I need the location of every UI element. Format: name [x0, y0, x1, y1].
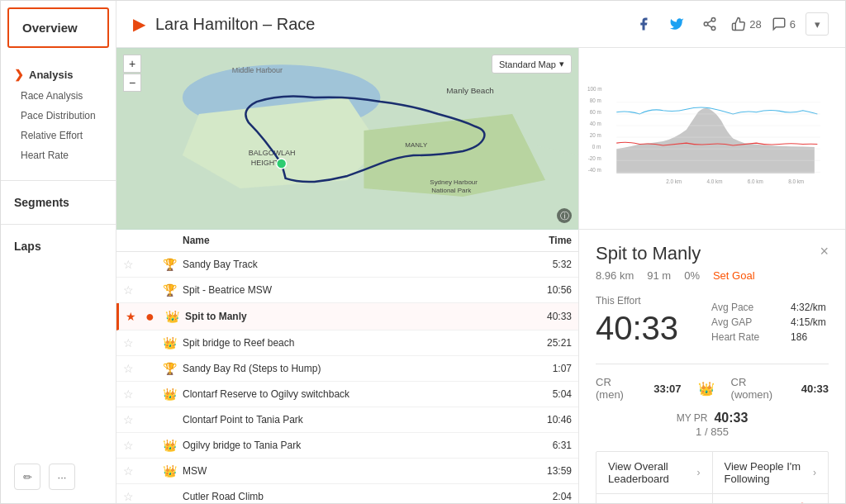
segment-name: Spit - Beatrice MSW: [183, 284, 514, 296]
table-row[interactable]: ☆ 🏆 Sandy Bay Track 5:32: [116, 252, 578, 278]
crown-icon: 👑: [163, 336, 183, 349]
segment-time: 2:04: [514, 491, 572, 502]
sidebar-item-relative-effort[interactable]: Relative Effort: [1, 126, 116, 145]
elevation-chart: 100 m 80 m 60 m 40 m 20 m 0 m -20 m -40 …: [587, 56, 832, 221]
strava-brand-icon: ▶: [133, 14, 145, 34]
zoom-in-button[interactable]: +: [123, 55, 141, 73]
cr-men-label: CR (men): [596, 376, 637, 401]
crown-icon: 👑: [165, 310, 185, 323]
action-links: View Overall Leaderboard › View People I…: [596, 451, 829, 503]
star-icon[interactable]: ☆: [123, 439, 143, 452]
svg-point-18: [277, 159, 287, 169]
table-row[interactable]: ☆ Clontarf Point to Tania Park 10:46: [116, 407, 578, 433]
star-icon[interactable]: ☆: [123, 388, 143, 401]
more-button[interactable]: ···: [49, 464, 75, 490]
table-row[interactable]: ☆ 👑 MSW 13:59: [116, 459, 578, 484]
svg-text:4.0 km: 4.0 km: [706, 178, 722, 184]
svg-text:100 m: 100 m: [587, 86, 602, 92]
comment-button[interactable]: 6: [772, 17, 796, 31]
page-title: Lara Hamilton – Race: [155, 15, 622, 34]
star-icon[interactable]: ☆: [123, 336, 143, 349]
table-row[interactable]: ☆ 👑 Clontarf Reserve to Ogilvy switchbac…: [116, 382, 578, 407]
star-icon[interactable]: ☆: [123, 258, 143, 271]
segment-meta: 8.96 km 91 m 0% Set Goal: [596, 269, 829, 282]
svg-text:Manly Beach: Manly Beach: [446, 86, 494, 95]
trophy-icon: 🏆: [163, 362, 183, 375]
share-button[interactable]: [698, 12, 721, 36]
sidebar-segments[interactable]: Segments: [1, 188, 116, 217]
edit-button[interactable]: ✏: [14, 464, 40, 490]
map-container: Middle Harbour Manly Beach BALGOWLAH HEI…: [116, 48, 578, 230]
svg-point-2: [712, 26, 716, 31]
effort-section: This Effort 40:33 Avg Pace 4:32/km Avg G…: [596, 295, 829, 347]
star-icon[interactable]: ☆: [123, 283, 143, 297]
dropdown-button[interactable]: ▾: [806, 12, 829, 36]
segment-grade: 0%: [684, 269, 700, 282]
segment-name: Clontarf Point to Tania Park: [183, 414, 514, 426]
segment-name: Ogilvy bridge to Tania Park: [183, 440, 514, 451]
table-row[interactable]: ☆ 🏆 Spit - Beatrice MSW 10:56: [116, 278, 578, 303]
set-goal-link[interactable]: Set Goal: [713, 269, 755, 282]
segment-name: Sandy Bay Track: [183, 259, 514, 270]
action-link-arrow: ›: [697, 467, 701, 478]
star-icon[interactable]: ★: [126, 310, 145, 323]
segments-table: Name Time ☆ 🏆 Sandy Bay Track 5:32 ☆ 🏆 S…: [116, 230, 578, 503]
map-info-button[interactable]: ⓘ: [557, 208, 572, 223]
svg-text:-40 m: -40 m: [588, 167, 601, 173]
close-segment-button[interactable]: ×: [820, 243, 829, 260]
action-link-item[interactable]: By Age Group 🔥 ›: [713, 494, 829, 503]
table-row[interactable]: ☆ Cutler Road Climb 2:04: [116, 484, 578, 503]
segment-name: MSW: [183, 465, 514, 477]
like-count: 28: [749, 18, 761, 31]
table-row[interactable]: ☆ 🏆 Sandy Bay Rd (Steps to Hump) 1:07: [116, 356, 578, 382]
table-row[interactable]: ☆ 👑 Ogilvy bridge to Tania Park 6:31: [116, 433, 578, 459]
star-icon[interactable]: ☆: [123, 490, 143, 503]
effort-block: This Effort 40:33: [596, 295, 678, 347]
like-button[interactable]: 28: [731, 17, 761, 31]
segment-time: 13:59: [514, 465, 572, 477]
sidebar-item-pace-distribution[interactable]: Pace Distribution: [1, 106, 116, 126]
table-header: Name Time: [116, 230, 578, 252]
segment-distance: 8.96 km: [596, 269, 634, 282]
avg-gap-row: Avg GAP 4:15/km: [711, 316, 826, 328]
sidebar-laps[interactable]: Laps: [1, 231, 116, 261]
strava-flame-icon: 🔥: [796, 502, 810, 503]
star-icon[interactable]: ☆: [123, 464, 143, 478]
action-link-item[interactable]: View Overall Leaderboard ›: [596, 452, 712, 493]
star-icon[interactable]: ☆: [123, 413, 143, 426]
effort-value: 40:33: [596, 310, 678, 347]
pr-section: MY PR 40:33 1 / 855: [596, 411, 829, 438]
sidebar-analysis-section: ❯ Analysis Race Analysis Pace Distributi…: [1, 55, 116, 174]
sidebar-item-heart-rate[interactable]: Heart Rate: [1, 145, 116, 165]
map-type-button[interactable]: Standard Map ▾: [492, 55, 572, 74]
avg-gap-value: 4:15/km: [791, 316, 826, 328]
facebook-button[interactable]: [632, 12, 655, 36]
svg-point-1: [705, 22, 709, 26]
segment-name: Spit to Manly: [185, 311, 514, 322]
avg-pace-row: Avg Pace 4:32/km: [711, 302, 826, 313]
action-link-item[interactable]: View My Efforts ›: [596, 494, 712, 503]
zoom-out-button[interactable]: −: [123, 74, 141, 92]
twitter-button[interactable]: [665, 12, 688, 36]
svg-line-3: [708, 25, 712, 27]
svg-text:Sydney Harbour: Sydney Harbour: [430, 178, 478, 186]
star-icon[interactable]: ☆: [123, 362, 143, 375]
segment-detail-header: Spit to Manly ×: [596, 243, 829, 264]
col-time-header: Time: [514, 235, 572, 246]
sidebar-analysis-title[interactable]: ❯ Analysis: [1, 63, 116, 86]
sidebar-item-race-analysis[interactable]: Race Analysis: [1, 86, 116, 106]
segment-name: Sandy Bay Rd (Steps to Hump): [183, 363, 514, 374]
pr-row: MY PR 40:33: [596, 411, 829, 426]
sidebar-overview[interactable]: Overview: [7, 7, 109, 48]
map-controls: + −: [123, 55, 141, 92]
active-indicator: ●: [145, 309, 165, 324]
content-area: Middle Harbour Manly Beach BALGOWLAH HEI…: [116, 48, 845, 503]
action-link-item[interactable]: View People I'm Following ›: [713, 452, 829, 493]
trophy-icon: 🏆: [163, 283, 183, 297]
pr-value: 40:33: [714, 411, 748, 426]
table-row[interactable]: ☆ 👑 Spit bridge to Reef beach 25:21: [116, 330, 578, 356]
table-row[interactable]: ★ ● 👑 Spit to Manly 40:33: [116, 303, 578, 330]
segment-time: 10:46: [514, 414, 572, 426]
svg-text:-20 m: -20 m: [588, 155, 601, 161]
segment-name: Clontarf Reserve to Ogilvy switchback: [183, 388, 514, 400]
